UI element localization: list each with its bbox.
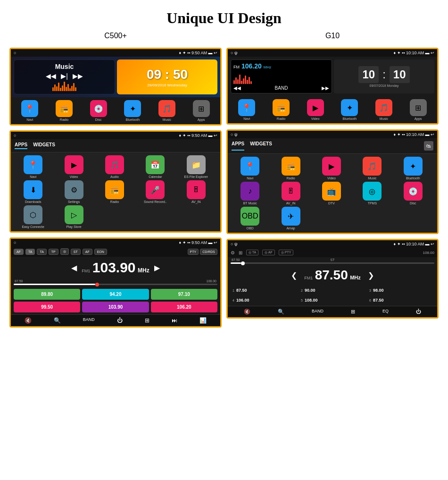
pty-btn[interactable]: PTY	[188, 249, 199, 255]
g10-date: 09/07/2018 Monday	[370, 84, 399, 87]
g10-grid-dtv-icon: 📺	[322, 182, 341, 201]
preset-3[interactable]: 97.10	[151, 289, 217, 300]
app-navi2[interactable]: 📍 Navi	[14, 155, 52, 178]
g10-app-apps[interactable]: ⊞ Apps	[410, 99, 427, 120]
app-bt[interactable]: ✦ Bluetooth	[124, 100, 141, 121]
g10-ta-btn[interactable]: ◎ TA	[246, 250, 258, 255]
g10-grid-video[interactable]: ▶ Video	[312, 157, 351, 180]
st-btn[interactable]: ST	[71, 249, 81, 255]
shop-icon[interactable]: 🛍	[424, 141, 433, 151]
app-apps[interactable]: ⊞ Apps	[193, 100, 210, 121]
app-settings[interactable]: ⚙ Settings	[54, 180, 93, 203]
app-easyconn[interactable]: ⬡ Easy Connecte	[14, 205, 52, 228]
tab-widgets[interactable]: WIDGETS	[33, 142, 55, 149]
g10-mute-btn[interactable]: 🔇	[244, 309, 250, 315]
g10-pty-btn[interactable]: ◎ PTY	[279, 250, 294, 255]
tab-apps[interactable]: APPS	[15, 142, 27, 149]
freq-up-btn[interactable]: ▶	[154, 263, 160, 272]
g10-preset-5[interactable]: 5 108.00	[299, 296, 366, 304]
app-radio[interactable]: 📻 Radio	[56, 100, 73, 121]
g10-grid-amap[interactable]: ✈ Amap	[271, 207, 310, 230]
g10-search-btn[interactable]: 🔍	[278, 309, 284, 315]
g10-slider-track[interactable]	[231, 262, 434, 264]
app-soundrec[interactable]: 🎤 Sound Record..	[136, 180, 174, 203]
fm-next[interactable]: ▶▶	[322, 85, 329, 91]
app-video[interactable]: ▶ Video	[54, 155, 93, 178]
prev-btn[interactable]: ◀◀	[46, 72, 56, 80]
g10-power-btn[interactable]: ⏻	[416, 309, 421, 315]
g10-grid-tpms[interactable]: ◎ TPMS	[353, 182, 391, 205]
g10-grid-avin[interactable]: 🎚 AV_IN	[271, 182, 310, 205]
ta-btn[interactable]: TA	[25, 249, 35, 255]
skip-btn[interactable]: ⏭	[172, 317, 177, 324]
g10-preset-2[interactable]: 2 90.00	[299, 286, 366, 295]
g10-af-btn[interactable]: ◎ AF	[262, 250, 275, 255]
tp-btn[interactable]: TP	[49, 249, 58, 255]
ta2-btn[interactable]: TA	[37, 249, 46, 255]
app-music[interactable]: 🎵 Music	[158, 100, 175, 121]
app-audio[interactable]: 🎵 Audio	[95, 155, 134, 178]
g10-preset-6[interactable]: 6 87.50	[367, 296, 434, 304]
g10-freq-down[interactable]: ❮	[291, 271, 297, 280]
g10-grid-radio[interactable]: 📻 Radio	[271, 157, 310, 180]
g10-app-navi[interactable]: 📍 Navi	[238, 99, 255, 120]
app-playstore[interactable]: ▷ Play Store	[54, 205, 93, 228]
af2-btn[interactable]: AF	[83, 249, 92, 255]
circle-btn[interactable]: ◎	[60, 248, 69, 255]
play-btn[interactable]: ▶|	[61, 72, 68, 80]
preset-6[interactable]: 106.20	[151, 302, 217, 312]
g10-preset-4[interactable]: 4 106.00	[231, 296, 298, 304]
app-avin[interactable]: 🎚 AV_IN	[177, 180, 216, 203]
g10-grid-bottom-btn[interactable]: ⊞	[351, 309, 355, 315]
eon-btn[interactable]: EON	[94, 249, 107, 255]
g10-eq-btn[interactable]: EQ	[382, 309, 389, 315]
g10-tab-apps[interactable]: APPS	[232, 141, 244, 151]
eq-btn[interactable]: 📊	[199, 317, 207, 324]
g10-grid-music[interactable]: 🎵 Music	[353, 157, 391, 180]
mute-btn[interactable]: 🔇	[25, 317, 32, 324]
g10-band-btn[interactable]: BAND	[312, 309, 324, 315]
search-btn[interactable]: 🔍	[54, 317, 61, 324]
app-downloads[interactable]: ⬇ Downloads	[14, 180, 52, 203]
app-calendar[interactable]: 📅 Calendar	[136, 155, 174, 178]
g10-app-radio[interactable]: 📻 Radio	[273, 99, 290, 120]
g10-freq-up[interactable]: ❯	[368, 271, 374, 280]
g10-grid-btmusic[interactable]: ♪ BT Music	[231, 182, 269, 205]
preset-5[interactable]: 103.90	[82, 302, 149, 312]
preset-4[interactable]: 99.50	[14, 302, 80, 312]
app-navi[interactable]: 📍 Navi	[21, 100, 38, 121]
g10-grid-avin-icon: 🎚	[282, 182, 300, 201]
next-btn[interactable]: ▶▶	[73, 72, 83, 80]
app-radio2[interactable]: 📻 Radio	[95, 180, 134, 203]
g10-grid-disc[interactable]: 💿 Disc	[394, 182, 432, 205]
preset-1[interactable]: 89.80	[14, 289, 80, 300]
app-disc[interactable]: 💿 Disc	[90, 100, 107, 121]
g10-grid-dtv[interactable]: 📺 DTV	[312, 182, 351, 205]
fm-band[interactable]: BAND	[275, 85, 288, 91]
g10-preset-3[interactable]: 3 98.00	[367, 286, 434, 295]
slider-track[interactable]	[14, 284, 217, 285]
freq-down-btn[interactable]: ◀	[71, 263, 77, 272]
band-btn[interactable]: BAND	[83, 317, 95, 324]
af-btn[interactable]: AF	[14, 249, 24, 255]
g10-tab-widgets[interactable]: WIDGETS	[250, 141, 272, 151]
g10-app-bt[interactable]: ✦ Bluetooth	[341, 99, 358, 120]
radio-freq-value: 103.90	[92, 260, 136, 275]
g10-grid-bt[interactable]: ✦ Bluetooth	[394, 157, 432, 180]
g10-preset-1[interactable]: 1 87.50	[231, 286, 298, 295]
grid-btn[interactable]: ⊞	[145, 317, 149, 324]
g10-settings-icon[interactable]: ⚙	[231, 250, 235, 255]
g10-grid-icon[interactable]: ⊞	[239, 250, 242, 255]
fm-prev[interactable]: ◀◀	[233, 85, 241, 91]
g10-grid-obd[interactable]: OBD OBD	[231, 207, 269, 230]
power-btn[interactable]: ⏻	[117, 317, 123, 324]
app-esfile[interactable]: 📁 ES File Explorer	[177, 155, 216, 178]
g10-app-music[interactable]: 🎵 Music	[375, 99, 392, 120]
rds-btn[interactable]: CD/RDS	[200, 249, 217, 255]
g10-app-video[interactable]: ▶ Video	[307, 99, 324, 120]
slider-max: 108.00	[207, 279, 216, 283]
preset-2[interactable]: 94.20	[82, 289, 149, 300]
g10-grid-avin-label: AV_IN	[286, 202, 296, 205]
g10-grid-navi[interactable]: 📍 Navi	[231, 157, 269, 180]
g10-apps-status: ○ ψ ♦ ✦ ▪▪ 10:10 AM ▬ ↩	[228, 131, 437, 138]
